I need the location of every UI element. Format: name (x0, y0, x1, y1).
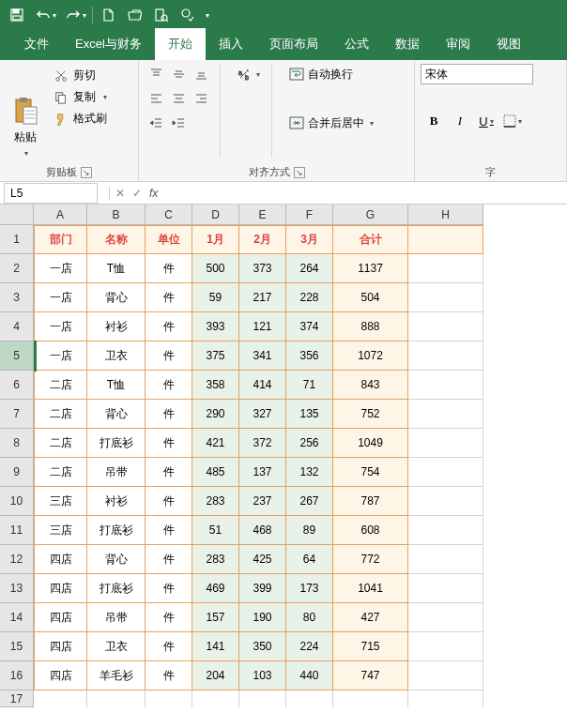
grid-cell[interactable]: 衬衫 (87, 312, 146, 341)
row-header[interactable]: 12 (0, 545, 34, 574)
grid-cell[interactable]: 1041 (333, 574, 408, 603)
row-header[interactable]: 7 (0, 400, 34, 429)
grid-cell[interactable]: 1137 (333, 254, 408, 283)
spreadsheet-grid[interactable]: ABCDEFGH 1部门名称单位1月2月3月合计2一店T恤件5003732641… (0, 205, 567, 707)
copy-button[interactable]: 复制▾ (54, 89, 107, 105)
row-header[interactable]: 4 (0, 312, 34, 341)
grid-cell[interactable]: 204 (192, 661, 239, 690)
grid-cell[interactable]: T恤 (87, 254, 146, 283)
grid-cell[interactable]: 件 (146, 400, 192, 429)
grid-cell[interactable]: 80 (286, 603, 333, 632)
grid-cell[interactable] (408, 225, 483, 254)
header-cell[interactable]: 合计 (333, 225, 408, 254)
grid-cell[interactable] (333, 690, 408, 707)
grid-cell[interactable]: 283 (192, 545, 239, 574)
grid-cell[interactable] (192, 690, 239, 707)
orientation-button[interactable]: ab▾ (234, 64, 264, 84)
grid-cell[interactable] (408, 632, 483, 661)
column-header[interactable]: F (286, 205, 333, 225)
align-middle-icon[interactable] (167, 64, 190, 84)
row-header[interactable]: 5 (0, 341, 34, 371)
grid-cell[interactable] (408, 429, 483, 458)
grid-cell[interactable]: 421 (192, 429, 239, 458)
grid-cell[interactable]: 341 (239, 341, 286, 371)
grid-cell[interactable]: 89 (286, 516, 333, 545)
print-preview-icon[interactable] (147, 2, 174, 28)
grid-cell[interactable]: 件 (146, 574, 192, 603)
grid-cell[interactable]: 64 (286, 545, 333, 574)
row-header[interactable]: 10 (0, 487, 34, 516)
grid-cell[interactable]: 228 (286, 283, 333, 312)
grid-cell[interactable]: 件 (146, 516, 192, 545)
header-cell[interactable]: 名称 (87, 225, 146, 254)
grid-cell[interactable]: 121 (239, 312, 286, 341)
column-header[interactable]: C (146, 205, 192, 225)
undo-dropdown-icon[interactable]: ▾ (53, 11, 60, 20)
tab-Excel与财务[interactable]: Excel与财务 (62, 28, 155, 60)
grid-cell[interactable]: 吊带 (87, 458, 146, 487)
grid-cell[interactable]: 二店 (34, 400, 87, 429)
grid-cell[interactable]: 件 (146, 283, 192, 312)
row-header[interactable]: 2 (0, 254, 34, 283)
grid-cell[interactable]: 51 (192, 516, 239, 545)
grid-cell[interactable]: 打底衫 (87, 429, 146, 458)
grid-cell[interactable]: 件 (146, 341, 192, 371)
dialog-launcher-icon[interactable]: ↘ (81, 167, 92, 178)
formula-input[interactable] (163, 183, 567, 204)
grid-cell[interactable]: 卫衣 (87, 341, 146, 371)
row-header[interactable]: 15 (0, 632, 34, 661)
grid-cell[interactable]: 373 (239, 254, 286, 283)
grid-cell[interactable]: 715 (333, 632, 408, 661)
grid-cell[interactable]: 141 (192, 632, 239, 661)
outdent-icon[interactable] (145, 113, 167, 133)
row-header[interactable]: 1 (0, 225, 34, 254)
tab-公式[interactable]: 公式 (331, 28, 382, 60)
grid-cell[interactable] (286, 690, 333, 707)
grid-cell[interactable]: 背心 (87, 283, 146, 312)
column-header[interactable]: B (87, 205, 146, 225)
grid-cell[interactable]: 888 (333, 312, 408, 341)
grid-cell[interactable] (34, 690, 87, 707)
wrap-text-button[interactable]: 自动换行 (285, 64, 377, 84)
column-header[interactable]: A (34, 205, 87, 225)
row-header[interactable]: 13 (0, 574, 34, 603)
grid-cell[interactable]: 四店 (34, 545, 87, 574)
grid-cell[interactable]: 1072 (333, 341, 408, 371)
paste-button[interactable]: 粘贴 ▾ (6, 64, 45, 158)
grid-cell[interactable]: 一店 (34, 341, 87, 371)
grid-cell[interactable]: 件 (146, 458, 192, 487)
column-header[interactable]: D (192, 205, 239, 225)
grid-cell[interactable] (408, 371, 483, 400)
grid-cell[interactable] (408, 254, 483, 283)
grid-cell[interactable] (408, 400, 483, 429)
grid-cell[interactable]: 747 (333, 661, 408, 690)
grid-cell[interactable]: 358 (192, 371, 239, 400)
grid-cell[interactable]: 件 (146, 603, 192, 632)
header-cell[interactable]: 2月 (239, 225, 286, 254)
grid-cell[interactable]: 283 (192, 487, 239, 516)
tab-数据[interactable]: 数据 (382, 28, 433, 60)
grid-cell[interactable]: 425 (239, 545, 286, 574)
select-all-corner[interactable] (0, 205, 34, 225)
grid-cell[interactable]: 卫衣 (87, 632, 146, 661)
grid-cell[interactable]: 500 (192, 254, 239, 283)
grid-cell[interactable]: 485 (192, 458, 239, 487)
grid-cell[interactable]: 372 (239, 429, 286, 458)
grid-cell[interactable]: 一店 (34, 283, 87, 312)
grid-cell[interactable] (239, 690, 286, 707)
grid-cell[interactable]: 754 (333, 458, 408, 487)
fx-icon[interactable]: fx (149, 187, 158, 200)
grid-cell[interactable]: 71 (286, 371, 333, 400)
grid-cell[interactable]: 二店 (34, 458, 87, 487)
grid-cell[interactable] (408, 458, 483, 487)
italic-button[interactable]: I (447, 111, 473, 131)
dialog-launcher-icon[interactable]: ↘ (294, 167, 305, 178)
grid-cell[interactable] (408, 574, 483, 603)
row-header[interactable]: 11 (0, 516, 34, 545)
new-file-icon[interactable] (95, 2, 121, 28)
grid-cell[interactable]: 356 (286, 341, 333, 371)
align-left-icon[interactable] (145, 88, 167, 109)
grid-cell[interactable] (408, 312, 483, 341)
grid-cell[interactable]: 752 (333, 400, 408, 429)
grid-cell[interactable]: 二店 (34, 371, 87, 400)
